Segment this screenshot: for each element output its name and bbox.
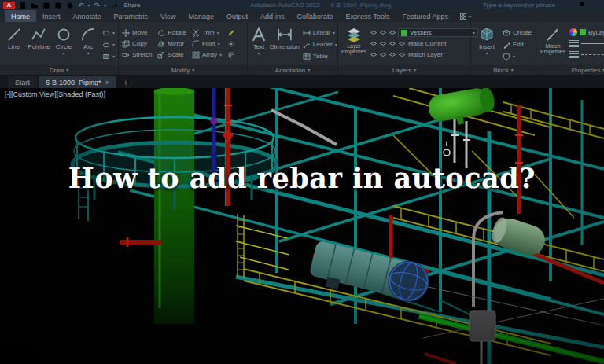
drawing-viewport[interactable]: [-] [Custom View] [Shaded (Fast)] How to… bbox=[0, 88, 604, 364]
tab-featured-apps[interactable]: Featured Apps bbox=[396, 10, 455, 22]
tab-output[interactable]: Output bbox=[220, 10, 254, 22]
match-properties-button[interactable]: Match Properties bbox=[540, 24, 566, 65]
tab-view[interactable]: View bbox=[154, 10, 182, 22]
share-icon[interactable] bbox=[110, 2, 118, 9]
open-icon[interactable] bbox=[31, 2, 39, 9]
plot-icon[interactable] bbox=[66, 2, 74, 9]
properties-panel-title[interactable]: Properties▾ bbox=[536, 65, 604, 75]
layer-unisolate-icon[interactable] bbox=[379, 40, 387, 48]
lineweight-dropdown[interactable]: ByLayer bbox=[569, 39, 604, 48]
make-current-button[interactable]: Make Current bbox=[398, 39, 446, 49]
viewport-canvas[interactable] bbox=[0, 88, 604, 364]
offset-button[interactable] bbox=[227, 50, 235, 60]
line-button[interactable]: Line bbox=[3, 24, 24, 65]
linetype-dropdown[interactable]: ByLayer bbox=[569, 50, 604, 59]
ribbon: Line Polyline Circle ▾ Arc ▾ bbox=[0, 22, 604, 75]
make-current-icon bbox=[398, 40, 406, 48]
save-icon[interactable] bbox=[42, 2, 50, 9]
search-input[interactable] bbox=[483, 2, 576, 9]
array-button[interactable]: Array ▾ bbox=[192, 50, 222, 60]
viewport-minimize-control[interactable]: [-] bbox=[5, 90, 11, 98]
tab-annotate[interactable]: Annotate bbox=[67, 10, 108, 22]
redo-dropdown-icon[interactable]: ▾ bbox=[104, 2, 106, 8]
layers-panel-title[interactable]: Layers▾ bbox=[338, 65, 470, 75]
view-control[interactable]: [Custom View] bbox=[11, 90, 57, 98]
scale-button[interactable]: Scale bbox=[157, 50, 186, 60]
layer-thaw-icon[interactable] bbox=[379, 51, 387, 59]
tab-add-ins[interactable]: Add-ins bbox=[254, 10, 291, 22]
rotate-button[interactable]: Rotate bbox=[157, 28, 186, 38]
trim-button[interactable]: Trim ▾ bbox=[192, 28, 222, 38]
layer-lock-icon[interactable] bbox=[389, 29, 396, 37]
share-button[interactable]: Share bbox=[123, 2, 140, 9]
insert-button[interactable]: Insert ▾ bbox=[474, 24, 499, 65]
stretch-button[interactable]: Stretch bbox=[122, 50, 152, 60]
scale-icon bbox=[157, 51, 165, 59]
circle-button[interactable]: Circle ▾ bbox=[53, 24, 74, 65]
layer-isolate-icon[interactable] bbox=[370, 40, 378, 48]
layer-unlock-icon[interactable] bbox=[389, 51, 396, 59]
layer-freeze2-icon[interactable] bbox=[389, 40, 396, 48]
file-tab-bar: Start 6-B-1000_Piping* × + bbox=[0, 75, 604, 88]
copy-button[interactable]: Copy bbox=[122, 39, 152, 49]
polyline-button[interactable]: Polyline bbox=[28, 24, 50, 65]
block-attributes-button[interactable]: ▾ bbox=[503, 51, 532, 61]
rectangle-button[interactable]: ▾ bbox=[102, 28, 115, 38]
layer-on-icon[interactable] bbox=[370, 51, 378, 59]
erase-button[interactable] bbox=[227, 28, 235, 38]
modify-panel-title[interactable]: Modify▾ bbox=[119, 65, 247, 75]
annotation-panel-title[interactable]: Annotation▾ bbox=[248, 65, 337, 75]
match-layer-button[interactable]: Match Layer bbox=[398, 50, 443, 60]
copy-icon bbox=[122, 40, 130, 48]
tab-home[interactable]: Home bbox=[5, 10, 36, 22]
tab-express-tools[interactable]: Express Tools bbox=[340, 10, 396, 22]
start-tab[interactable]: Start bbox=[8, 76, 37, 88]
layer-freeze-icon[interactable] bbox=[379, 29, 387, 37]
mirror-button[interactable]: Mirror bbox=[157, 39, 186, 49]
ellipse-button[interactable]: ▾ bbox=[102, 39, 115, 50]
undo-icon[interactable]: ↶ bbox=[78, 2, 84, 9]
layer-dropdown[interactable]: Vessels ▾ bbox=[398, 28, 478, 37]
text-button[interactable]: Text ▾ bbox=[251, 24, 267, 65]
hatch-button[interactable]: ▾ bbox=[102, 51, 115, 61]
search-icon[interactable] bbox=[579, 1, 587, 9]
new-drawing-icon[interactable] bbox=[19, 2, 27, 9]
layer-properties-button[interactable]: Layer Properties bbox=[341, 24, 366, 65]
leader-button[interactable]: Leader ▾ bbox=[303, 39, 337, 50]
visual-style-control[interactable]: [Shaded (Fast)] bbox=[57, 90, 105, 98]
drawing-tab[interactable]: 6-B-1000_Piping* × bbox=[39, 76, 116, 88]
layer-off-icon[interactable] bbox=[370, 29, 378, 37]
redo-icon[interactable]: ↷ bbox=[94, 2, 101, 9]
table-button[interactable]: Table bbox=[303, 51, 337, 61]
save-as-icon[interactable] bbox=[54, 2, 62, 9]
gray-pipe bbox=[271, 110, 337, 145]
linear-button[interactable]: Linear ▾ bbox=[303, 28, 337, 38]
tab-collaborate[interactable]: Collaborate bbox=[291, 10, 340, 22]
draw-panel-title[interactable]: Draw▾ bbox=[0, 65, 118, 75]
edit-block-button[interactable]: Edit bbox=[503, 39, 532, 50]
fillet-button[interactable]: Fillet ▾ bbox=[192, 39, 222, 49]
block-panel-title[interactable]: Block▾ bbox=[471, 65, 536, 75]
panel-draw: Line Polyline Circle ▾ Arc ▾ bbox=[0, 22, 118, 75]
undo-dropdown-icon[interactable]: ▾ bbox=[88, 2, 90, 8]
close-tab-icon[interactable]: × bbox=[105, 79, 109, 86]
dimension-button[interactable]: Dimension bbox=[270, 24, 300, 65]
arc-button[interactable]: Arc ▾ bbox=[78, 24, 99, 65]
panel-block: Insert ▾ Create Edit ▾ Block▾ bbox=[471, 22, 536, 75]
tab-parametric[interactable]: Parametric bbox=[108, 10, 155, 22]
explode-icon bbox=[227, 40, 235, 48]
move-button[interactable]: Move bbox=[122, 28, 152, 38]
ellipse-icon bbox=[102, 41, 110, 49]
explode-button[interactable] bbox=[227, 39, 235, 49]
autocad-logo[interactable]: A bbox=[3, 2, 15, 9]
tab-manage[interactable]: Manage bbox=[182, 10, 220, 22]
lineweight-icon bbox=[569, 40, 579, 47]
new-tab-button[interactable]: + bbox=[118, 76, 134, 88]
thumbnail-title: How to add rebar in autocad? bbox=[0, 162, 604, 194]
ribbon-options-button[interactable]: ▾ bbox=[455, 10, 476, 22]
create-block-button[interactable]: Create bbox=[503, 28, 532, 38]
tab-insert[interactable]: Insert bbox=[36, 10, 67, 22]
insert-block-icon bbox=[479, 27, 495, 42]
object-color-dropdown[interactable]: ByLayer ▾ bbox=[569, 28, 604, 37]
table-icon bbox=[303, 53, 311, 61]
